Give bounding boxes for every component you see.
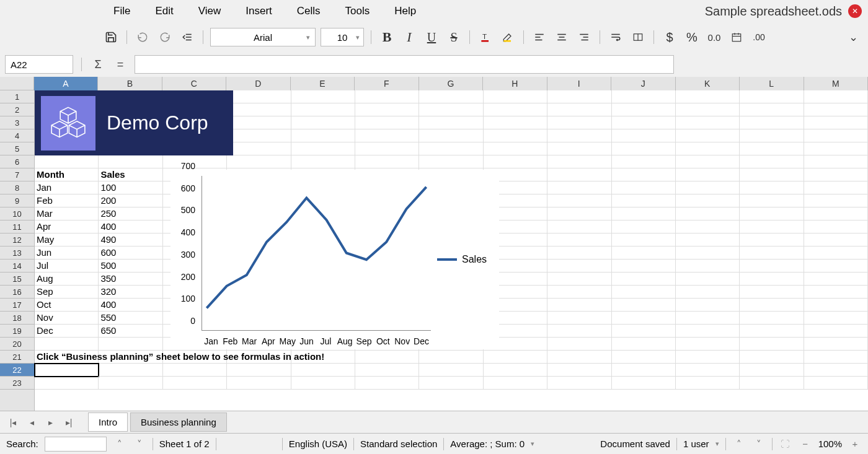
column-header-h[interactable]: H <box>483 77 547 90</box>
cell-A6[interactable] <box>35 155 99 168</box>
cell-M11[interactable] <box>804 220 868 234</box>
cell-J5[interactable] <box>612 142 676 155</box>
row-header-11[interactable]: 11 <box>0 220 34 234</box>
cell-K13[interactable] <box>676 247 740 260</box>
row-header-12[interactable]: 12 <box>0 234 34 247</box>
cell-J17[interactable] <box>612 299 676 312</box>
cell-L7[interactable] <box>740 168 804 181</box>
font-color-icon[interactable]: T <box>477 28 494 46</box>
cell-G4[interactable] <box>419 129 483 142</box>
cell-L10[interactable] <box>740 207 804 220</box>
underline-button[interactable]: U <box>423 28 440 46</box>
cell-K6[interactable] <box>676 155 740 168</box>
cell-L17[interactable] <box>740 299 804 312</box>
percent-button[interactable]: % <box>683 28 701 46</box>
bold-button[interactable]: B <box>378 28 396 46</box>
cell-B20[interactable] <box>99 338 162 351</box>
cell-J22[interactable] <box>612 364 676 377</box>
cell-I7[interactable] <box>547 168 611 181</box>
cell-L18[interactable] <box>740 312 804 325</box>
cell-I16[interactable] <box>547 286 611 299</box>
wrap-text-icon[interactable] <box>607 28 624 46</box>
cell-J10[interactable] <box>612 207 676 220</box>
cell-M14[interactable] <box>804 260 868 273</box>
cell-J19[interactable] <box>612 325 676 338</box>
align-right-icon[interactable] <box>575 28 593 46</box>
cell-M12[interactable] <box>804 234 868 247</box>
cell-D3[interactable] <box>227 116 291 129</box>
cell-K14[interactable] <box>676 260 740 273</box>
cell-K17[interactable] <box>676 299 740 312</box>
sheet-tab-intro[interactable]: Intro <box>88 413 128 432</box>
cell-D22[interactable] <box>227 364 291 377</box>
cell-M15[interactable] <box>804 273 868 286</box>
cell-H6[interactable] <box>484 155 547 168</box>
add-decimal-button[interactable]: .00 <box>750 28 768 46</box>
cell-B19[interactable]: 650 <box>99 325 162 338</box>
cell-I6[interactable] <box>547 155 611 168</box>
move-down-icon[interactable]: ˅ <box>752 437 766 451</box>
cell-L23[interactable] <box>740 377 804 390</box>
row-header-16[interactable]: 16 <box>0 286 34 299</box>
cell-I21[interactable] <box>547 351 611 364</box>
cell-K18[interactable] <box>676 312 740 325</box>
cell-M16[interactable] <box>804 286 868 299</box>
row-header-17[interactable]: 17 <box>0 299 34 312</box>
cell-A13[interactable]: Jun <box>35 247 99 260</box>
cell-B11[interactable]: 400 <box>99 220 162 234</box>
cell-E22[interactable] <box>291 364 355 377</box>
cell-M2[interactable] <box>804 103 868 116</box>
cell-H3[interactable] <box>484 116 547 129</box>
cell-J16[interactable] <box>612 286 676 299</box>
aggregate-display[interactable]: Average: ; Sum: 0 <box>450 439 525 449</box>
cell-L15[interactable] <box>740 273 804 286</box>
cell-K4[interactable] <box>676 129 740 142</box>
cell-A11[interactable]: Apr <box>35 220 99 234</box>
language-indicator[interactable]: English (USA) <box>289 439 347 449</box>
cell-D4[interactable] <box>227 129 291 142</box>
number-format-button[interactable]: 0.0 <box>706 28 723 46</box>
cell-D2[interactable] <box>227 103 291 116</box>
zoom-level[interactable]: 100% <box>818 439 842 449</box>
cell-E23[interactable] <box>291 377 355 390</box>
cell-M6[interactable] <box>804 155 868 168</box>
row-header-1[interactable]: 1 <box>0 90 34 103</box>
cell-L11[interactable] <box>740 220 804 234</box>
row-header-9[interactable]: 9 <box>0 194 34 207</box>
cell-J1[interactable] <box>612 90 676 103</box>
cell-I11[interactable] <box>547 220 611 234</box>
column-header-j[interactable]: J <box>611 77 675 90</box>
cell-A22[interactable] <box>35 364 99 377</box>
cell-L21[interactable] <box>740 351 804 364</box>
cell-I4[interactable] <box>547 129 611 142</box>
cell-J21[interactable] <box>612 351 676 364</box>
cell-A12[interactable]: May <box>35 234 99 247</box>
cell-C22[interactable] <box>163 364 227 377</box>
cell-K15[interactable] <box>676 273 740 286</box>
align-left-icon[interactable] <box>531 28 548 46</box>
row-header-20[interactable]: 20 <box>0 338 34 351</box>
cell-F4[interactable] <box>355 129 419 142</box>
chevron-down-icon[interactable]: ⌄ <box>844 28 862 46</box>
column-header-a[interactable]: A <box>34 77 98 90</box>
menu-view[interactable]: View <box>187 1 232 21</box>
cell-M1[interactable] <box>804 90 868 103</box>
cell-I5[interactable] <box>547 142 611 155</box>
cell-I1[interactable] <box>547 90 611 103</box>
column-header-f[interactable]: F <box>355 77 418 90</box>
cell-H5[interactable] <box>484 142 547 155</box>
row-header-22[interactable]: 22 <box>0 364 34 377</box>
cell-M23[interactable] <box>804 377 868 390</box>
cell-K1[interactable] <box>676 90 740 103</box>
next-sheet-icon[interactable]: ▸ <box>42 414 58 430</box>
cell-I3[interactable] <box>547 116 611 129</box>
cell-M4[interactable] <box>804 129 868 142</box>
cell-H2[interactable] <box>484 103 547 116</box>
cell-L20[interactable] <box>740 338 804 351</box>
cell-K11[interactable] <box>676 220 740 234</box>
cell-L5[interactable] <box>740 142 804 155</box>
cell-A7[interactable]: Month <box>35 168 99 181</box>
row-header-4[interactable]: 4 <box>0 129 34 142</box>
cell-J20[interactable] <box>612 338 676 351</box>
cell-J18[interactable] <box>612 312 676 325</box>
